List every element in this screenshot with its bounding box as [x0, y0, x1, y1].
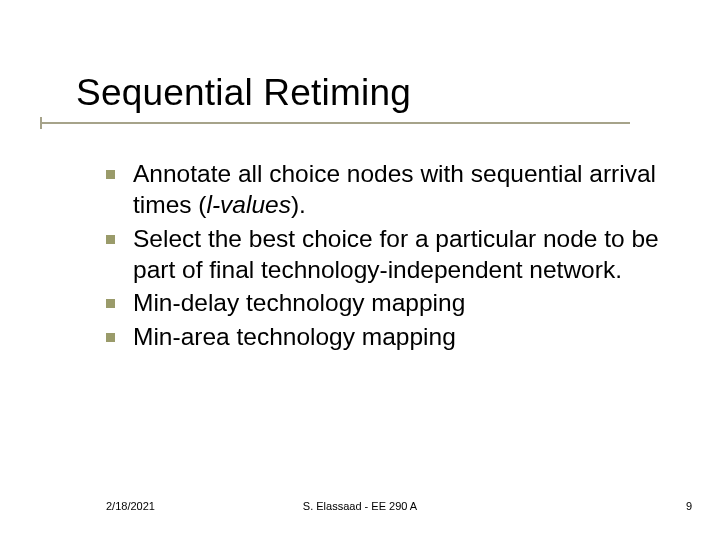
square-bullet-icon [106, 170, 115, 179]
slide-title: Sequential Retiming [76, 72, 411, 114]
text-pre: Min-delay technology mapping [133, 289, 465, 316]
body: Annotate all choice nodes with sequentia… [106, 158, 666, 354]
title-wrap: Sequential Retiming [76, 72, 411, 114]
list-item: Min-area technology mapping [106, 321, 666, 352]
text-post: ). [291, 191, 306, 218]
square-bullet-icon [106, 333, 115, 342]
list-item: Annotate all choice nodes with sequentia… [106, 158, 666, 221]
square-bullet-icon [106, 235, 115, 244]
list-item-text: Min-area technology mapping [133, 321, 456, 352]
title-underline [40, 122, 630, 124]
text-pre: Min-area technology mapping [133, 323, 456, 350]
list-item: Min-delay technology mapping [106, 287, 666, 318]
square-bullet-icon [106, 299, 115, 308]
list-item-text: Annotate all choice nodes with sequentia… [133, 158, 666, 221]
list-item-text: Select the best choice for a particular … [133, 223, 666, 286]
footer-center: S. Elassaad - EE 290 A [0, 500, 720, 512]
footer-page-number: 9 [686, 500, 692, 512]
title-tick [40, 117, 42, 129]
text-em: l-values [207, 191, 291, 218]
slide: Sequential Retiming Annotate all choice … [0, 0, 720, 540]
list-item: Select the best choice for a particular … [106, 223, 666, 286]
list-item-text: Min-delay technology mapping [133, 287, 465, 318]
text-pre: Select the best choice for a particular … [133, 225, 659, 283]
